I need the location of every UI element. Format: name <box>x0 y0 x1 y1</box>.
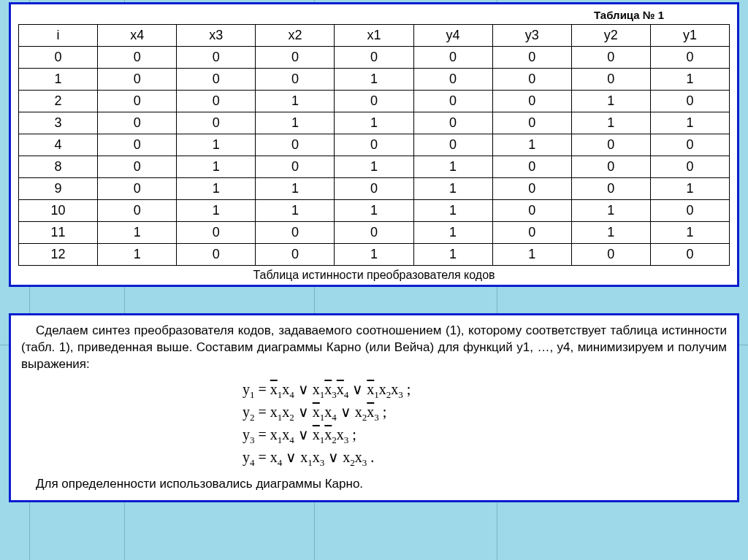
table-cell: 1 <box>492 244 571 266</box>
table-cell: 1 <box>177 200 256 222</box>
table-row: 1001111010 <box>19 200 730 222</box>
table-cell: 1 <box>650 178 729 200</box>
table-cell: 3 <box>19 112 98 134</box>
table-cell: 0 <box>98 69 177 91</box>
table-cell: 0 <box>335 178 413 200</box>
table-cell: 1 <box>413 222 492 244</box>
table-cell: 1 <box>571 91 650 112</box>
table-cell: 0 <box>335 91 413 112</box>
table-cell: 1 <box>335 156 413 178</box>
table-cell: 0 <box>650 134 729 156</box>
table-cell: 0 <box>177 91 256 112</box>
table-cell: 1 <box>492 134 571 156</box>
table-header-cell: y3 <box>492 25 571 47</box>
table-row: 801011000 <box>19 156 730 178</box>
table-header-cell: y4 <box>413 25 492 47</box>
table-cell: 1 <box>650 112 729 134</box>
table-cell: 0 <box>335 222 413 244</box>
table-header-cell: x1 <box>335 25 413 47</box>
table-cell: 0 <box>98 91 177 112</box>
table-row: 200100010 <box>19 91 730 112</box>
table-cell: 0 <box>413 91 492 112</box>
table-cell: 0 <box>492 178 571 200</box>
table-cell: 1 <box>256 178 335 200</box>
table-row: 401000100 <box>19 134 730 156</box>
table-cell: 0 <box>571 69 650 91</box>
table-cell: 12 <box>19 244 98 266</box>
table-header-cell: y1 <box>650 25 729 47</box>
table-cell: 0 <box>492 47 571 69</box>
table-cell: 0 <box>98 156 177 178</box>
table-cell: 0 <box>650 244 729 266</box>
table-cell: 1 <box>335 244 413 266</box>
table-cell: 0 <box>492 91 571 112</box>
table-cell: 0 <box>335 47 413 69</box>
table-cell: 0 <box>492 200 571 222</box>
table-cell: 1 <box>571 112 650 134</box>
table-cell: 0 <box>98 112 177 134</box>
table-cell: 0 <box>492 69 571 91</box>
table-row: 901101001 <box>19 178 730 200</box>
table-cell: 1 <box>256 112 335 134</box>
table-cell: 1 <box>413 156 492 178</box>
table-cell: 1 <box>256 91 335 112</box>
truth-table: ix4x3x2x1y4y3y2y1 0000000001000100012001… <box>18 24 730 266</box>
table-cell: 0 <box>256 156 335 178</box>
table-row: 000000000 <box>19 47 730 69</box>
table-cell: 1 <box>335 112 413 134</box>
table-cell: 8 <box>19 156 98 178</box>
table-cell: 0 <box>571 47 650 69</box>
table-cell: 1 <box>413 178 492 200</box>
explanation-panel: Сделаем синтез преобразователя кодов, за… <box>9 313 739 502</box>
formula-y2: y2 = x1x2 ∨ x1x4 ∨ x2x3 ; <box>243 402 505 424</box>
table-cell: 1 <box>177 156 256 178</box>
table-cell: 0 <box>571 134 650 156</box>
table-cell: 1 <box>650 69 729 91</box>
table-cell: 1 <box>256 200 335 222</box>
table-cell: 1 <box>335 200 413 222</box>
table-row: 1110001011 <box>19 222 730 244</box>
table-cell: 0 <box>98 200 177 222</box>
table-cell: 10 <box>19 200 98 222</box>
table-cell: 0 <box>256 222 335 244</box>
table-cell: 9 <box>19 178 98 200</box>
table-cell: 0 <box>650 200 729 222</box>
table-title: Таблица № 1 <box>18 9 730 24</box>
table-header-cell: x3 <box>177 25 256 47</box>
table-cell: 1 <box>413 244 492 266</box>
boolean-formulas: y1 = x1x4 ∨ x1x3x4 ∨ x1x2x3 ; y2 = x1x2 … <box>243 379 505 470</box>
table-cell: 0 <box>177 222 256 244</box>
table-cell: 0 <box>19 47 98 69</box>
table-cell: 0 <box>650 47 729 69</box>
table-cell: 1 <box>98 244 177 266</box>
table-cell: 4 <box>19 134 98 156</box>
table-cell: 0 <box>256 244 335 266</box>
table-cell: 0 <box>492 156 571 178</box>
table-cell: 0 <box>413 112 492 134</box>
table-cell: 0 <box>98 47 177 69</box>
table-header-cell: x4 <box>98 25 177 47</box>
table-cell: 0 <box>98 178 177 200</box>
table-cell: 1 <box>19 69 98 91</box>
table-cell: 11 <box>19 222 98 244</box>
table-header-cell: i <box>19 25 98 47</box>
table-cell: 0 <box>256 47 335 69</box>
table-header-cell: x2 <box>256 25 335 47</box>
table-cell: 0 <box>413 69 492 91</box>
table-cell: 0 <box>256 134 335 156</box>
truth-table-panel: Таблица № 1 ix4x3x2x1y4y3y2y1 0000000001… <box>9 2 739 287</box>
table-cell: 1 <box>335 69 413 91</box>
table-cell: 0 <box>177 69 256 91</box>
table-cell: 0 <box>335 134 413 156</box>
table-cell: 0 <box>177 244 256 266</box>
table-cell: 1 <box>571 200 650 222</box>
table-cell: 0 <box>571 244 650 266</box>
table-cell: 0 <box>256 69 335 91</box>
table-cell: 0 <box>177 112 256 134</box>
table-cell: 0 <box>98 134 177 156</box>
paragraph-2: Для определенности использовались диагра… <box>21 476 727 493</box>
table-cell: 0 <box>177 47 256 69</box>
formula-y1: y1 = x1x4 ∨ x1x3x4 ∨ x1x2x3 ; <box>243 379 505 402</box>
table-cell: 0 <box>413 134 492 156</box>
table-cell: 0 <box>492 222 571 244</box>
